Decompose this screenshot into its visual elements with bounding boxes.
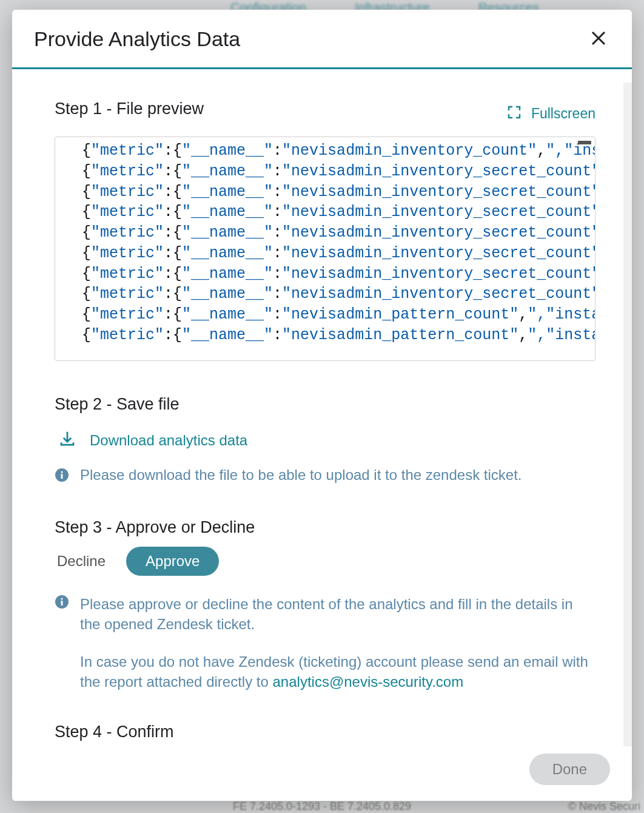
modal-title: Provide Analytics Data [34, 27, 240, 51]
file-preview-pane[interactable]: {"metric":{"__name__":"nevisadmin_invent… [55, 137, 595, 361]
step2-info: Please download the file to be able to u… [55, 465, 595, 488]
code-line: {"metric":{"__name__":"nevisadmin_invent… [82, 182, 595, 203]
analytics-email-link[interactable]: analytics@nevis-security.com [273, 673, 464, 690]
step4-title: Step 4 - Confirm [55, 723, 595, 741]
step3-info-p1: Please approve or decline the content of… [80, 594, 595, 635]
code-line: {"metric":{"__name__":"nevisadmin_invent… [82, 161, 595, 182]
step2-title: Step 2 - Save file [55, 395, 595, 414]
info-icon [55, 594, 69, 615]
close-button[interactable] [587, 27, 610, 52]
approve-decline-toggle: Decline Approve [55, 547, 595, 576]
download-analytics-button[interactable]: Download analytics data [58, 430, 247, 451]
download-label: Download analytics data [90, 432, 247, 449]
scrollbar-track[interactable] [623, 83, 632, 746]
code-line: {"metric":{"__name__":"nevisadmin_invent… [82, 284, 595, 305]
modal-header: Provide Analytics Data [12, 10, 632, 69]
code-line: {"metric":{"__name__":"nevisadmin_invent… [82, 141, 595, 161]
close-icon [589, 40, 608, 49]
fullscreen-label: Fullscreen [531, 106, 595, 122]
code-line: {"metric":{"__name__":"nevisadmin_patter… [82, 305, 595, 325]
code-line: {"metric":{"__name__":"nevisadmin_invent… [82, 264, 595, 285]
provide-analytics-modal: Provide Analytics Data Step 1 - File pre… [12, 10, 632, 801]
svg-point-4 [61, 471, 62, 473]
svg-rect-6 [61, 601, 63, 606]
code-line: {"metric":{"__name__":"nevisadmin_invent… [82, 243, 595, 264]
code-line: {"metric":{"__name__":"nevisadmin_invent… [82, 202, 595, 223]
svg-point-7 [61, 598, 62, 599]
step2-info-text: Please download the file to be able to u… [80, 465, 522, 485]
info-icon [55, 467, 69, 488]
step3-title: Step 3 - Approve or Decline [55, 518, 595, 537]
download-icon [58, 430, 76, 451]
modal-body[interactable]: Step 1 - File preview Fullscreen {"metri… [12, 69, 632, 745]
done-button[interactable]: Done [529, 754, 610, 785]
approve-button[interactable]: Approve [126, 547, 219, 576]
decline-button[interactable]: Decline [55, 548, 108, 575]
code-line: {"metric":{"__name__":"nevisadmin_patter… [82, 325, 595, 346]
svg-rect-3 [61, 474, 63, 479]
code-line: {"metric":{"__name__":"nevisadmin_invent… [82, 223, 595, 243]
fullscreen-button[interactable]: Fullscreen [507, 105, 595, 123]
step3-info: Please approve or decline the content of… [55, 594, 595, 692]
step1-title: Step 1 - File preview [55, 100, 204, 118]
fullscreen-icon [507, 105, 522, 123]
modal-footer: Done [12, 745, 632, 801]
